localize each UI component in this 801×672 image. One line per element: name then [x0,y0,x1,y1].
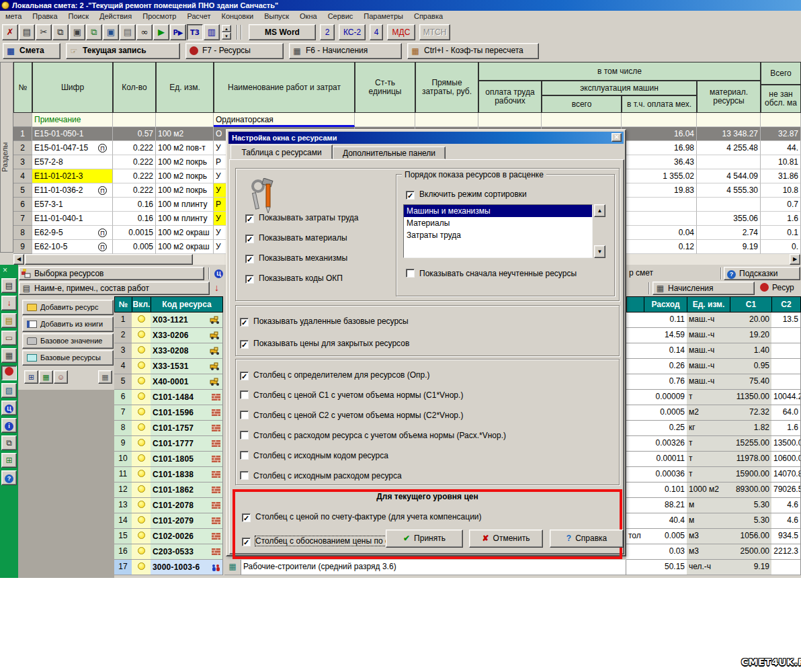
checkbox-unchecked[interactable] [240,451,249,460]
panel-book-button[interactable]: ▭ [1,331,17,345]
checkbox-checked[interactable] [245,275,254,284]
resource-row-enabled[interactable] [132,513,151,529]
copy-button[interactable]: ⧉ [52,24,69,40]
resource-row-enabled[interactable] [132,328,151,343]
menu-item-10[interactable]: Параметры [358,11,409,23]
toolbar-button-4[interactable]: 4 [370,24,383,40]
show-checkbox[interactable]: Показывать коды ОКП [245,274,343,284]
tab-name-notes-composition[interactable]: ▤Наим-е, примеч., состав работ [19,282,210,295]
resource-row-code[interactable]: С101-2079 [151,513,223,529]
menu-item-3[interactable]: Действия [94,11,137,23]
resource-row-enabled[interactable] [132,359,151,374]
column-checkbox[interactable]: Столбец с определителем для ресурсов (Оп… [240,370,430,380]
checkbox-checked[interactable] [245,235,254,243]
t3-window-button[interactable]: ТЗ [187,24,203,40]
panel-selection-button[interactable]: ▧ [1,383,17,398]
delete-button[interactable]: ✗ [2,24,18,40]
resource-row-code[interactable]: С101-1484 [151,390,223,405]
tab-f7-resources[interactable]: F7 - Ресурсы [185,43,284,59]
panel-table-export-button[interactable]: ⊞ [1,453,17,468]
accept-button[interactable]: ✔Принять [386,530,463,548]
resource-row-enabled[interactable] [132,374,151,390]
resource-row-enabled[interactable] [132,312,151,328]
resource-row-enabled[interactable] [132,498,151,513]
close-icon[interactable]: ✕ [612,133,622,142]
checkbox-unchecked[interactable] [240,431,249,439]
order-list-item[interactable]: Материалы [404,217,592,229]
resource-row-code[interactable]: С101-1862 [151,482,223,498]
resource-row-code[interactable]: Х33-1531 [151,359,223,374]
checkbox-checked[interactable] [240,318,249,327]
button-base-resources[interactable]: Базовые ресурсы [22,350,114,366]
copy-green-button[interactable]: ⧉ [86,24,102,40]
paste-button[interactable]: ▣ [69,24,85,40]
cancel-button[interactable]: ✘Отменить [469,530,543,548]
resource-row-code[interactable]: Х33-0206 [151,328,223,343]
unaccounted-first-checkbox[interactable]: Показывать сначала неучтенные ресурсы [406,269,577,278]
resource-row-enabled[interactable] [132,436,151,452]
panel-help-button[interactable]: ? [1,470,17,485]
base-checkbox[interactable]: Показывать удаленные базовые ресурсы [240,317,409,327]
scroll-left-icon[interactable]: ◀ [13,254,24,265]
tab-resources-partial[interactable]: Ресур [757,282,801,295]
checkbox-checked[interactable] [245,255,254,263]
menu-item-2[interactable]: Поиск [63,11,94,23]
resource-row-code[interactable]: 3000-1003-6 [151,560,223,575]
resource-row-enabled[interactable] [132,421,151,436]
column-checkbox[interactable]: Столбец с исходным расходом ресурса [240,471,402,480]
resource-row-enabled[interactable] [132,405,151,421]
dialog-titlebar[interactable]: Настройка окна с ресурсами ✕ [228,132,624,144]
resource-row-code[interactable]: Х40-0001 [151,374,223,390]
tab-f6-charges[interactable]: ▦F6 - Начисления [289,43,402,59]
panel-info-button[interactable]: i [1,418,17,433]
toolbar-button-ms-word[interactable]: MS Word [249,24,316,40]
resource-row-enabled[interactable] [132,544,151,560]
resource-row-enabled[interactable] [132,482,151,498]
tab-ctrl-i-coefficients[interactable]: ▦Ctrl+I - Коэф-ты пересчета [407,43,539,59]
resource-row-enabled[interactable] [132,343,151,359]
menu-item-1[interactable]: Правка [27,11,62,23]
checkbox-unchecked[interactable] [240,390,249,399]
base-checkbox[interactable]: Показывать цены для закрытых ресурсов [240,339,409,349]
resource-row-code[interactable]: С101-1777 [151,436,223,452]
toolbar-button-2[interactable]: 2 [320,24,335,40]
checkbox-checked[interactable] [245,214,254,223]
menu-item-7[interactable]: Выпуск [259,11,294,23]
resource-row-code[interactable]: С203-0533 [151,544,223,560]
tab-resource-selection[interactable]: Выборка ресурсов [19,267,204,280]
run-p-button[interactable]: P▶ [170,24,186,40]
column-checkbox[interactable]: Столбец с ценой С1 с учетом объема нормы… [240,390,463,400]
tab-hints[interactable]: ?Подсказки [724,267,800,280]
move-down-icon[interactable]: ▼ [594,245,605,258]
resource-row-enabled[interactable] [132,529,151,544]
toolbar-button-кс-2[interactable]: КС-2 [339,24,366,40]
panel-prices-button[interactable]: Ц [1,401,17,415]
button-add-resource[interactable]: Добавить ресурс [22,300,114,315]
column-checkbox[interactable]: Столбец с ценой С2 с учетом объема нормы… [240,411,463,420]
resource-row-enabled[interactable] [132,390,151,405]
panel-resources-button[interactable] [1,366,17,380]
column-checkbox[interactable]: Столбец с расходом ресурса с учетом объе… [240,431,506,440]
checkbox-unchecked[interactable] [240,471,249,480]
clipboard-button[interactable]: ▤ [120,24,136,40]
panel-calculator-button[interactable]: ▦ [1,348,17,363]
window-titlebar[interactable]: Локальная смета: 2 -"Текущий ремонт поме… [0,0,801,11]
panel-documents-button[interactable]: ⧉ [1,435,17,450]
menu-item-8[interactable]: Окна [294,11,323,23]
checkbox-checked[interactable] [242,538,251,546]
show-checkbox[interactable]: Показывать материалы [245,233,347,243]
show-checkbox[interactable]: Показывать механизмы [245,253,347,263]
checkbox-unchecked[interactable] [406,269,415,278]
panel-export-down-button[interactable]: ↓ [1,296,17,310]
small-toolbar-button[interactable]: ▦ [98,370,112,384]
column-checkbox[interactable]: Столбец с исходным кодом ресурса [240,451,388,460]
move-up-icon[interactable]: ▲ [594,204,605,217]
resource-row-code[interactable]: С101-1838 [151,467,223,482]
show-checkbox[interactable]: Показывать затраты труда [245,213,358,223]
menu-item-6[interactable]: Концовки [216,11,259,23]
resource-order-list[interactable]: Машины и механизмыМатериалыЗатраты труда [403,204,593,258]
checkbox-checked[interactable] [406,191,415,200]
cut-button[interactable]: ✂ [36,24,52,40]
menu-item-5[interactable]: Расчет [181,11,216,23]
checkbox-unchecked[interactable] [240,411,249,419]
